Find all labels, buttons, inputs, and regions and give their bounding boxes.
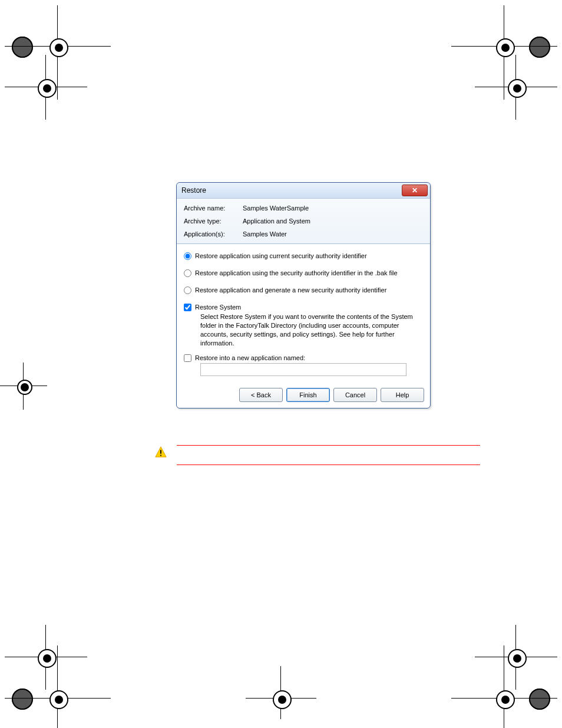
radio-1-input[interactable] xyxy=(184,252,191,260)
close-button[interactable]: ✕ xyxy=(402,185,428,196)
finish-button[interactable]: Finish xyxy=(286,388,330,402)
cancel-button-label: Cancel xyxy=(345,391,365,398)
info-section: Archive name: Samples WaterSample Archiv… xyxy=(177,199,430,244)
radio-2-label: Restore application using the security a… xyxy=(195,269,398,276)
applications-value: Samples Water xyxy=(243,230,287,238)
restore-new-label: Restore into a new application named: xyxy=(195,354,305,361)
help-button[interactable]: Help xyxy=(381,388,424,402)
svg-rect-2 xyxy=(160,455,161,456)
svg-rect-1 xyxy=(160,450,161,453)
cancel-button[interactable]: Cancel xyxy=(333,388,377,402)
close-icon: ✕ xyxy=(412,187,418,194)
archive-type-label: Archive type: xyxy=(184,218,243,225)
restore-dialog: Restore ✕ Archive name: Samples WaterSam… xyxy=(176,182,431,409)
warning-line-bottom xyxy=(177,465,480,465)
radio-3-input[interactable] xyxy=(184,286,191,294)
restore-new-name-input[interactable] xyxy=(200,363,406,376)
dialog-title: Restore xyxy=(181,186,402,195)
restore-system-row[interactable]: Restore System xyxy=(184,304,423,311)
restore-system-description: Select Restore System if you want to ove… xyxy=(200,312,423,347)
finish-button-label: Finish xyxy=(299,391,316,398)
restore-new-row[interactable]: Restore into a new application named: xyxy=(184,354,423,362)
archive-name-value: Samples WaterSample xyxy=(243,205,309,212)
restore-new-checkbox[interactable] xyxy=(184,354,191,362)
radio-3-label: Restore application and generate a new s… xyxy=(195,286,386,294)
help-button-label: Help xyxy=(396,391,409,398)
radio-option-3[interactable]: Restore application and generate a new s… xyxy=(184,286,423,294)
radio-option-1[interactable]: Restore application using current securi… xyxy=(184,252,423,260)
archive-name-label: Archive name: xyxy=(184,205,243,212)
archive-type-value: Application and System xyxy=(243,218,310,225)
archive-name-row: Archive name: Samples WaterSample xyxy=(184,205,423,212)
applications-label: Application(s): xyxy=(184,230,243,238)
radio-option-2[interactable]: Restore application using the security a… xyxy=(184,269,423,277)
warning-line-top xyxy=(177,445,480,446)
button-row: < Back Finish Cancel Help xyxy=(177,386,430,408)
restore-system-checkbox[interactable] xyxy=(184,304,191,311)
radio-2-input[interactable] xyxy=(184,269,191,277)
titlebar: Restore ✕ xyxy=(177,183,430,199)
restore-system-label: Restore System xyxy=(195,304,241,311)
radio-1-label: Restore application using current securi… xyxy=(195,252,367,259)
warning-icon xyxy=(154,446,167,459)
options-section: Restore application using current securi… xyxy=(177,244,430,386)
archive-type-row: Archive type: Application and System xyxy=(184,218,423,225)
back-button-label: < Back xyxy=(251,391,271,398)
back-button[interactable]: < Back xyxy=(239,388,283,402)
applications-row: Application(s): Samples Water xyxy=(184,230,423,238)
